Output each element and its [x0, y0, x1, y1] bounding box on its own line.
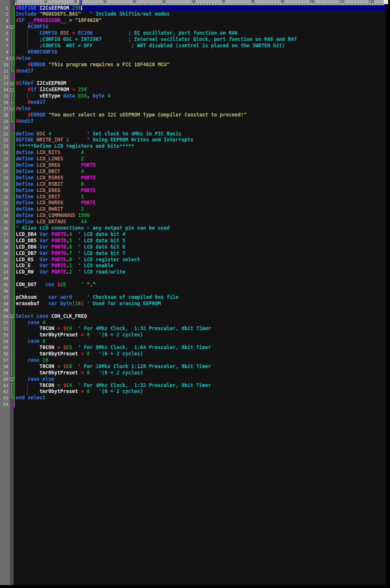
line-number[interactable]: 48	[0, 301, 8, 307]
line-number[interactable]: 10	[0, 62, 8, 68]
code-line[interactable]: 30Define LCD_EREG PORTE	[0, 188, 386, 194]
code-text[interactable]: #ERROR "This program requires a PIC 18F4…	[15, 62, 386, 68]
line-number[interactable]: 29	[0, 181, 8, 188]
code-line[interactable]: 14 #if I2CsEEPROM = 256	[0, 87, 386, 93]
line-number[interactable]: 28	[0, 175, 8, 181]
code-text[interactable]: #ENDCONFIG	[15, 49, 386, 55]
code-line[interactable]: 15 vEEType data @16, byte 4	[0, 93, 386, 99]
code-text[interactable]: define OSC 4 ' Set clock to 4Mhz in PIC …	[15, 131, 386, 137]
code-text[interactable]: #IF __PROCESSOR__ = "18F4620"	[15, 17, 386, 24]
line-number[interactable]: 8	[0, 49, 8, 55]
code-line[interactable]: 48erasebuf var byte[16] ' Used for erasi…	[0, 301, 386, 307]
code-line[interactable]: 64	[0, 401, 386, 408]
code-line[interactable]: 25define LCD_LINES 2	[0, 156, 386, 162]
line-number[interactable]: 16	[0, 99, 8, 106]
code-text[interactable]: Define LCD_EBIT 1	[15, 194, 386, 200]
line-number[interactable]: 9	[0, 55, 8, 62]
code-text[interactable]: define LCD_DATAUS 44	[15, 219, 386, 225]
line-number[interactable]: 53	[0, 332, 8, 338]
code-line[interactable]: 47pChksum var word ' Checksum of compile…	[0, 294, 386, 301]
line-number[interactable]: 46	[0, 288, 8, 294]
line-number[interactable]: 17	[0, 106, 8, 112]
line-number[interactable]: 4	[0, 24, 8, 30]
line-number[interactable]: 2	[0, 11, 8, 17]
code-text[interactable]: #ERROR "You must select an I2C sEEPROM T…	[15, 112, 386, 118]
line-number[interactable]: 62	[0, 389, 8, 395]
line-number[interactable]: 47	[0, 294, 8, 301]
fold-marker[interactable]	[10, 55, 14, 62]
line-number[interactable]: 11	[0, 68, 8, 74]
code-text[interactable]: LCD_DB6 Var PORTD.6 ' LCD data bit 6	[15, 244, 386, 250]
code-text[interactable]: ;CONFIG WDT = OFF ; WDT disabled (contro…	[15, 43, 386, 49]
code-text[interactable]: LCD_DB7 Var PORTD.7 ' LCD data bit 7	[15, 250, 386, 257]
code-text[interactable]: define LCD_LINES 2	[15, 156, 386, 162]
code-line[interactable]: 60 case else	[0, 376, 386, 383]
code-line[interactable]: 23'*****Define LCD registers and bits***…	[0, 143, 386, 150]
code-text[interactable]: T0CON = $C5 ' For 8Mhz Clock, 1:64 Presc…	[15, 345, 386, 351]
line-number[interactable]: 15	[0, 93, 8, 99]
line-number[interactable]: 27	[0, 169, 8, 175]
code-line[interactable]: 1#DEFINE I2CsEEPROM 256	[0, 5, 386, 12]
code-text[interactable]: #endif	[15, 68, 386, 74]
fold-marker[interactable]	[10, 313, 14, 320]
code-line[interactable]: 34define LCD_COMMANDUS 1500	[0, 212, 386, 219]
line-number[interactable]: 14	[0, 87, 8, 93]
line-number[interactable]: 59	[0, 370, 8, 376]
code-text[interactable]: #endif	[15, 99, 386, 106]
line-number[interactable]: 31	[0, 194, 8, 200]
line-number[interactable]: 39	[0, 244, 8, 250]
line-number[interactable]: 23	[0, 143, 8, 150]
code-text[interactable]: T0CON = $C4 ' For 4Mhz Clock, 1:32 Presc…	[15, 326, 386, 332]
code-line[interactable]: 46	[0, 288, 386, 294]
code-line[interactable]: 42LCD_E Var PORTE.1 ' LCD enable	[0, 263, 386, 269]
code-text[interactable]: DEFINE WRITE_INT 1 ' Using EEPROM Writes…	[15, 137, 386, 143]
code-text[interactable]: define LCD_RWBIT 2	[15, 206, 386, 212]
code-text[interactable]: ;CONFIG OSC = INTIO67 ; Internal oscilla…	[15, 36, 386, 43]
code-line[interactable]: 10 #ERROR "This program requires a PIC 1…	[0, 62, 386, 68]
code-line[interactable]: 27Define LCD_DBIT 4	[0, 169, 386, 175]
code-text[interactable]: Select case CON_CLK_FREQ	[15, 313, 386, 320]
code-text[interactable]	[15, 275, 386, 282]
line-number[interactable]: 57	[0, 357, 8, 364]
code-line[interactable]: 16 #endif	[0, 99, 386, 106]
code-line[interactable]: 18 #ERROR "You must select an I2C sEEPRO…	[0, 112, 386, 118]
code-text[interactable]: LCD_DB5 Var PORTD.5 ' LCD data bit 5	[15, 238, 386, 244]
code-text[interactable]: end select	[15, 395, 386, 401]
line-number[interactable]: 35	[0, 219, 8, 225]
code-line[interactable]: 8 #ENDCONFIG	[0, 49, 386, 55]
code-line[interactable]: 54 case 8	[0, 338, 386, 345]
line-number[interactable]: 44	[0, 275, 8, 282]
code-line[interactable]: 39LCD_DB6 Var PORTD.6 ' LCD data bit 6	[0, 244, 386, 250]
line-number[interactable]: 50	[0, 313, 8, 320]
line-number[interactable]: 52	[0, 326, 8, 332]
code-line[interactable]: 35define LCD_DATAUS 44	[0, 219, 386, 225]
line-number[interactable]: 13	[0, 80, 8, 87]
fold-marker[interactable]	[10, 24, 14, 30]
code-text[interactable]: #else	[15, 106, 386, 112]
line-number[interactable]: 1	[0, 5, 8, 12]
line-number[interactable]: 56	[0, 351, 8, 357]
code-line[interactable]: 61 T0CON = $C4 ' For 4Mhz Clock, 1:32 Pr…	[0, 383, 386, 389]
line-number[interactable]: 42	[0, 263, 8, 269]
code-line[interactable]: 5 CONFIG OSC = ECIO6 ; EC oscillator, po…	[0, 30, 386, 36]
code-text[interactable]: define LCD_BITS 4	[15, 150, 386, 156]
code-text[interactable]: case else	[15, 376, 386, 383]
code-line[interactable]: 4 #CONFIG	[0, 24, 386, 30]
line-number[interactable]: 38	[0, 238, 8, 244]
code-line[interactable]: 62 tmr0bytPreset = 8 '(6 + 2 cycles)	[0, 389, 386, 395]
line-number[interactable]: 33	[0, 206, 8, 212]
line-number[interactable]: 20	[0, 125, 8, 131]
line-number[interactable]: 21	[0, 131, 8, 137]
line-number[interactable]: 55	[0, 345, 8, 351]
code-line[interactable]: 56 tmr0bytPreset = 8 '(6 + 2 cycles)	[0, 351, 386, 357]
line-number[interactable]: 58	[0, 364, 8, 370]
code-text[interactable]: T0CON = $C4 ' For 4Mhz Clock, 1:32 Presc…	[15, 383, 386, 389]
code-text[interactable]: define LCD_RWREG PORTE	[15, 200, 386, 206]
code-text[interactable]: Include "MODEDEFS.BAS" ' Include Shiftin…	[15, 11, 386, 17]
code-line[interactable]: 7 ;CONFIG WDT = OFF ; WDT disabled (cont…	[0, 43, 386, 49]
code-line[interactable]: 2Include "MODEDEFS.BAS" ' Include Shifti…	[0, 11, 386, 17]
code-line[interactable]: 49	[0, 307, 386, 313]
line-number[interactable]: 30	[0, 188, 8, 194]
line-number[interactable]: 26	[0, 162, 8, 169]
code-text[interactable]: Define LCD_RSBIT 0	[15, 181, 386, 188]
